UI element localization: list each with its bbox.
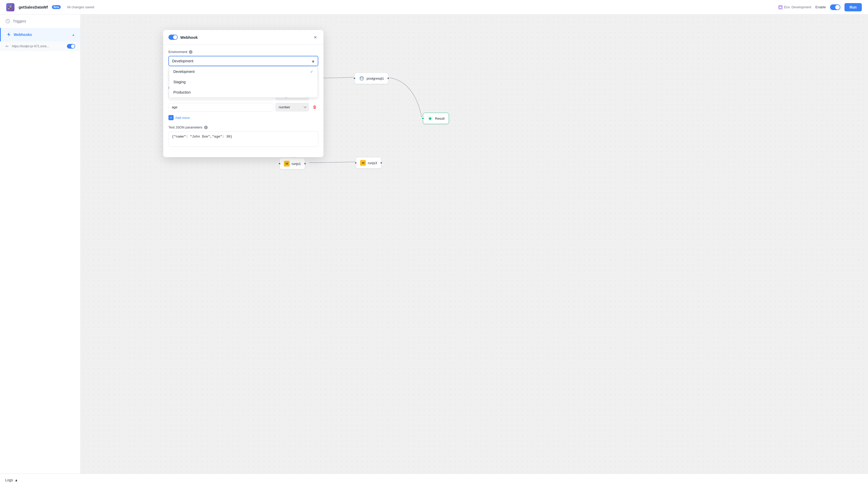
env-dropdown: Development ✓ Staging Production: [169, 66, 318, 98]
sidebar-item-triggers[interactable]: Triggers: [0, 15, 80, 28]
clock-icon: [5, 19, 10, 24]
logs-toggle[interactable]: Logs ▲: [5, 478, 18, 482]
webhooks-collapse-icon: ▲: [71, 33, 75, 37]
webhook-url-icon: [5, 44, 9, 48]
header: 🚀 getSalesDataWf Beta All changes saved …: [0, 0, 868, 15]
run-button[interactable]: Run: [844, 3, 862, 11]
env-value: Development: [792, 5, 811, 9]
env-label: Env: [784, 5, 790, 9]
canvas: JS runjs2 postgresql1 Result JS runjs1: [81, 15, 868, 474]
enable-label: Enable: [815, 5, 826, 9]
logs-label: Logs: [5, 478, 13, 482]
svg-point-2: [6, 46, 7, 47]
webhook-url-text: https://tooljet-pr-671.onre...: [12, 45, 64, 48]
env-info-icon: i: [189, 50, 192, 54]
close-button[interactable]: ✕: [312, 34, 318, 40]
test-json-info-icon: i: [204, 126, 208, 129]
app-logo: 🚀: [6, 3, 14, 11]
sidebar: Triggers Webhooks ▲ https://tooljet-pr-6…: [0, 15, 81, 474]
svg-rect-0: [779, 6, 782, 8]
param-type-select-1[interactable]: string number boolean: [275, 103, 309, 111]
modal-header: Webhook ✕: [163, 30, 323, 45]
webhook-modal: Webhook ✕ Environment i Develo: [163, 30, 323, 157]
env-select[interactable]: Development Staging Production: [169, 56, 318, 66]
modal-title: Webhook: [180, 35, 197, 39]
modal-overlay: Webhook ✕ Environment i Develo: [81, 15, 868, 474]
environment-label: Environment i: [168, 50, 318, 54]
sidebar-item-webhooks[interactable]: Webhooks ▲: [0, 28, 80, 41]
header-actions: Env Development Enable Run: [778, 3, 862, 11]
test-json-group: Test JSON parameters i: [168, 125, 318, 148]
workflow-title: getSalesDataWf: [19, 5, 48, 9]
dropdown-item-production[interactable]: Production: [169, 87, 317, 97]
lightning-icon-sidebar: [6, 32, 11, 37]
app-body: Triggers Webhooks ▲ https://tooljet-pr-6…: [0, 15, 868, 474]
check-icon: ✓: [310, 69, 313, 74]
param-row-age: string number boolean: [168, 103, 318, 111]
webhook-toggle[interactable]: [67, 44, 75, 49]
env-select-wrapper: Development Staging Production ▲ Develop…: [168, 56, 318, 66]
environment-group: Environment i Development Staging Produc…: [168, 50, 318, 66]
beta-badge: Beta: [52, 5, 61, 9]
webhooks-label: Webhooks: [14, 33, 32, 37]
enable-toggle[interactable]: [830, 4, 840, 10]
delete-param-1[interactable]: [311, 104, 318, 111]
dropdown-item-staging[interactable]: Staging: [169, 77, 317, 87]
dropdown-item-development[interactable]: Development ✓: [169, 66, 317, 77]
param-name-input-1[interactable]: [168, 103, 273, 111]
save-status: All changes saved: [67, 5, 94, 9]
add-more-button[interactable]: + Add more: [168, 114, 190, 121]
add-icon: +: [168, 115, 174, 120]
env-indicator: Env Development: [778, 5, 811, 9]
modal-title-group: Webhook: [168, 35, 197, 40]
triggers-label: Triggers: [13, 19, 26, 23]
logs-bar: Logs ▲: [0, 474, 868, 486]
test-json-label: Test JSON parameters i: [168, 125, 318, 129]
test-json-input[interactable]: [168, 131, 318, 147]
modal-body: Environment i Development Staging Produc…: [163, 45, 323, 157]
webhook-item[interactable]: https://tooljet-pr-671.onre...: [0, 41, 80, 51]
logs-chevron: ▲: [14, 478, 18, 482]
modal-toggle[interactable]: [168, 35, 178, 40]
env-icon: [778, 5, 782, 9]
